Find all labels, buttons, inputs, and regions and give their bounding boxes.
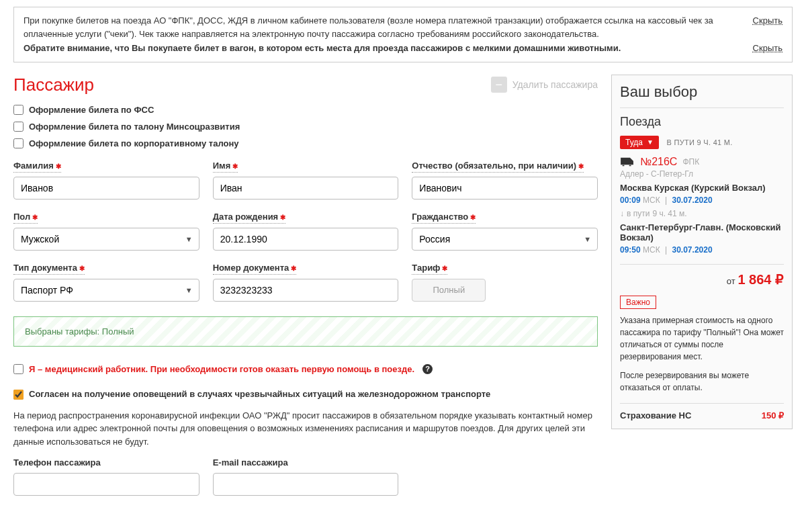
agree-label: Согласен на получение оповещений в случа… xyxy=(29,389,490,399)
hide-notice-link[interactable]: Скрыть xyxy=(753,42,782,55)
insurance-price: 150 ₽ xyxy=(762,410,784,420)
docnum-label: Номер документа xyxy=(213,263,296,275)
info-icon[interactable]: ? xyxy=(422,364,433,374)
duration-label: В ПУТИ 9 Ч. 41 М. xyxy=(666,138,732,146)
to-station: Санкт-Петербург-Главн. (Московский Вокза… xyxy=(620,222,784,242)
agree-checkbox[interactable] xyxy=(13,390,24,400)
page-title: Пассажир xyxy=(13,75,94,95)
email-input[interactable] xyxy=(213,473,399,496)
covid-info: На период распространения коронавирусной… xyxy=(13,409,598,449)
phone-input[interactable] xyxy=(13,473,199,496)
hide-notice-link[interactable]: Скрыть xyxy=(753,14,782,28)
important-text-1: Указана примерная стоимость на одного па… xyxy=(620,314,784,363)
fss-checkbox[interactable] xyxy=(13,105,24,115)
notice-text: При покупке билетов на поезда АО "ФПК", … xyxy=(24,14,740,40)
delete-passenger-button: − Удалить пассажира xyxy=(491,77,598,93)
email-label: E-mail пассажира xyxy=(213,457,288,469)
lastname-input[interactable] xyxy=(13,177,199,200)
important-badge: Важно xyxy=(620,296,656,309)
minsoc-checkbox[interactable] xyxy=(13,122,24,132)
notice-banner-1: При покупке билетов на поезда АО "ФПК", … xyxy=(13,7,793,62)
route-summary: Адлер - С-Петер-Гл xyxy=(620,169,784,179)
from-time-row: 00:09 МСК | 30.07.2020 xyxy=(620,195,784,205)
price-row: от 1 864 ₽ xyxy=(620,264,784,287)
firstname-input[interactable] xyxy=(213,177,399,200)
passenger-form: Пассажир − Удалить пассажира Оформление … xyxy=(13,75,598,496)
corp-label: Оформление билета по корпоративному тало… xyxy=(29,138,239,148)
gender-label: Пол xyxy=(13,212,38,224)
direction-badge[interactable]: Туда ▼ xyxy=(620,136,659,149)
doctype-label: Тип документа xyxy=(13,263,85,275)
from-station: Москва Курская (Курский Вокзал) xyxy=(620,183,784,193)
fss-label: Оформление билета по ФСС xyxy=(29,105,154,115)
important-text-2: После резервирования вы можете отказатьс… xyxy=(620,369,784,394)
train-number: №216С xyxy=(640,156,677,168)
train-company: ФПК xyxy=(682,157,699,167)
firstname-label: Имя xyxy=(213,161,238,173)
lastname-label: Фамилия xyxy=(13,161,61,173)
sidebar-title: Ваш выбор xyxy=(620,83,784,101)
duration-row: ↓ в пути 9 ч. 41 м. xyxy=(620,209,784,218)
insurance-label: Страхование НС xyxy=(620,410,691,420)
medical-label: Я – медицинский работник. При необходимо… xyxy=(29,364,414,374)
minus-icon: − xyxy=(491,77,507,93)
dob-input[interactable] xyxy=(213,228,399,251)
notice-text: Обратите внимание, что Вы покупаете биле… xyxy=(24,42,621,55)
to-time-row: 09:50 МСК | 30.07.2020 xyxy=(620,245,784,255)
middlename-label: Отчество (обязательно, при наличии) xyxy=(412,161,584,173)
tariff-display: Полный xyxy=(412,279,486,302)
medical-checkbox[interactable] xyxy=(13,364,24,374)
summary-sidebar: Ваш выбор Поезда Туда ▼ В ПУТИ 9 Ч. 41 М… xyxy=(611,75,793,429)
minsoc-label: Оформление билета по талону Минсоцразвит… xyxy=(29,122,240,132)
citizenship-label: Гражданство xyxy=(412,212,476,224)
phone-label: Телефон пассажира xyxy=(13,457,101,469)
dob-label: Дата рождения xyxy=(213,212,285,224)
gender-select[interactable]: Мужской xyxy=(13,228,199,251)
tariff-label: Тариф xyxy=(412,263,447,275)
arrow-down-icon: ↓ xyxy=(620,209,624,218)
sidebar-trains-heading: Поезда xyxy=(620,107,784,129)
corp-checkbox[interactable] xyxy=(13,138,24,148)
svg-rect-0 xyxy=(622,159,629,162)
citizenship-select[interactable]: Россия xyxy=(412,228,598,251)
doctype-select[interactable]: Паспорт РФ xyxy=(13,279,199,302)
docnum-input[interactable] xyxy=(213,279,399,302)
chevron-down-icon: ▼ xyxy=(647,138,654,146)
middlename-input[interactable] xyxy=(412,177,598,200)
train-icon xyxy=(620,157,635,167)
tariff-banner: Выбраны тарифы: Полный xyxy=(13,316,598,347)
